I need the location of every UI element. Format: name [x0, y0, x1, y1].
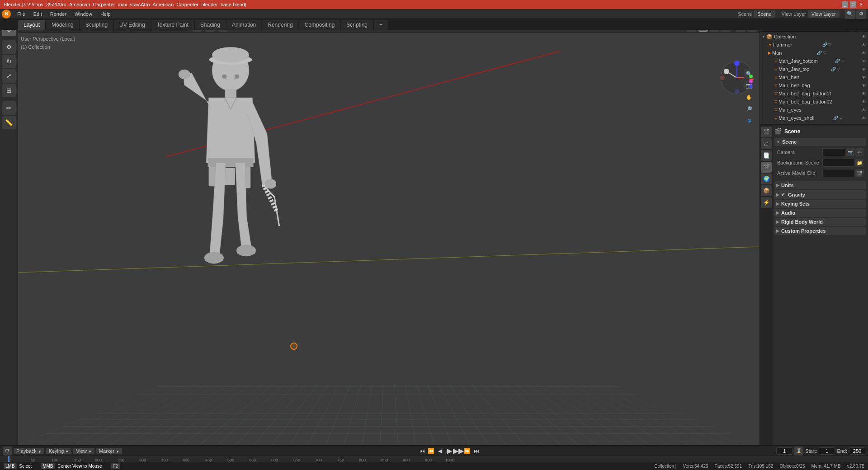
- menu-edit[interactable]: Edit: [30, 10, 46, 18]
- hammer-icons[interactable]: 🔗 ▽: [822, 42, 832, 47]
- menu-file[interactable]: File: [14, 10, 29, 18]
- tab-sculpting[interactable]: Sculpting: [80, 20, 113, 30]
- marker-dropdown[interactable]: Marker ▼: [96, 448, 122, 454]
- prop-tab-output[interactable]: 🖨: [761, 138, 772, 149]
- outliner-item-man[interactable]: ▶ Man 🔗 ▽ 👁: [760, 49, 868, 57]
- tool-annotate[interactable]: ✏: [2, 101, 16, 115]
- jaw-top-icons[interactable]: 🔗 ▽: [831, 67, 840, 71]
- units-section-header[interactable]: ▶ Units: [774, 181, 866, 189]
- tab-rendering[interactable]: Rendering: [262, 20, 298, 30]
- gravity-checkbox[interactable]: ✓: [781, 192, 785, 197]
- tab-uv-editing[interactable]: UV Editing: [114, 20, 151, 30]
- outliner-item-collection[interactable]: ▼ 📦 Collection 👁: [760, 33, 868, 41]
- outliner-item-eyes[interactable]: ▽ Man_eyes 👁: [760, 106, 868, 114]
- man-icons[interactable]: 🔗 ▽: [817, 51, 826, 55]
- eye-button02[interactable]: 👁: [862, 99, 866, 104]
- outliner-item-belt[interactable]: ▽ Man_belt 👁: [760, 73, 868, 81]
- current-frame-input[interactable]: [776, 447, 793, 455]
- eye-jaw-bottom[interactable]: 👁: [862, 59, 866, 64]
- eye-hammer[interactable]: 👁: [862, 42, 866, 47]
- start-frame-input[interactable]: [819, 447, 835, 455]
- select-btn[interactable]: LMB: [4, 463, 17, 469]
- prop-tab-view-layer[interactable]: 📑: [761, 150, 772, 161]
- timeline-icon-btn[interactable]: ⏱: [3, 446, 12, 456]
- menu-render[interactable]: Render: [47, 10, 70, 18]
- window-controls[interactable]: _ □ ✕: [842, 1, 864, 8]
- outliner-item-jaw-top[interactable]: ▽ Man_Jaw_top 🔗 ▽ 👁: [760, 65, 868, 73]
- active-movie-clip-value[interactable]: [822, 169, 854, 177]
- viewport-3d[interactable]: User Perspective (Local) (1) Collection: [18, 33, 760, 445]
- outliner-item-eyes-shell[interactable]: ▽ Man_eyes_shell 🔗 ▽ 👁: [760, 114, 868, 122]
- outliner-item-button01[interactable]: ▽ Man_belt_bag_button01 👁: [760, 89, 868, 98]
- tab-shading[interactable]: Shading: [195, 20, 226, 30]
- outliner-item-jaw-bottom[interactable]: ▽ Man_Jaw_bottom 🔗 ▽ 👁: [760, 57, 868, 65]
- outliner-item-hammer[interactable]: ▼ Hammer 🔗 ▽ 👁: [760, 41, 868, 49]
- vr-button[interactable]: ②: [744, 116, 754, 126]
- movie-clip-browse-btn[interactable]: 🎬: [855, 169, 863, 177]
- tab-texture-paint[interactable]: Texture Paint: [151, 20, 194, 30]
- tab-scripting[interactable]: Scripting: [341, 20, 373, 30]
- menu-window[interactable]: Window: [71, 10, 96, 18]
- tool-measure[interactable]: 📏: [2, 116, 16, 129]
- blender-logo[interactable]: B: [2, 9, 11, 19]
- jump-end-btn[interactable]: ⏭: [472, 447, 481, 455]
- view-layer-selector[interactable]: View Layer: [808, 10, 840, 18]
- keying-dropdown[interactable]: Keying ▼: [46, 448, 72, 454]
- frame-back-btn[interactable]: ◀: [436, 447, 444, 455]
- jump-start-btn[interactable]: ⏮: [418, 447, 426, 455]
- tab-modeling[interactable]: Modeling: [46, 20, 79, 30]
- tool-scale[interactable]: ⤢: [2, 69, 16, 83]
- prop-tab-scene[interactable]: 🎬: [761, 162, 772, 173]
- scene-section-header[interactable]: ▼ Scene: [774, 138, 866, 146]
- tab-compositing[interactable]: Compositing: [299, 20, 340, 30]
- view-tl-dropdown[interactable]: View ▼: [73, 448, 94, 454]
- tab-add[interactable]: +: [374, 20, 388, 30]
- jaw-bottom-icons[interactable]: 🔗 ▽: [835, 59, 844, 63]
- eye-eyes-shell[interactable]: 👁: [862, 116, 866, 121]
- zoom-fit-button[interactable]: 🔎: [744, 104, 754, 114]
- step-fwd-btn[interactable]: ⏩: [463, 447, 472, 455]
- scene-selector[interactable]: Scene: [754, 10, 775, 18]
- end-frame-input[interactable]: [849, 447, 865, 455]
- step-back-btn[interactable]: ⏪: [427, 447, 435, 455]
- close-button[interactable]: ✕: [858, 1, 864, 8]
- eye-belt-bag[interactable]: 👁: [862, 83, 866, 88]
- outliner-item-belt-bag[interactable]: ▽ Man_belt_bag 👁: [760, 81, 868, 89]
- prop-tab-world[interactable]: 🌍: [761, 174, 772, 184]
- custom-props-header[interactable]: ▶ Custom Properties: [774, 227, 866, 235]
- keying-sets-header[interactable]: ▶ Keying Sets: [774, 200, 866, 208]
- maximize-button[interactable]: □: [850, 1, 856, 8]
- eye-button01[interactable]: 👁: [862, 91, 866, 96]
- outliner-item-button02[interactable]: ▽ Man_belt_bag_button02 👁: [760, 98, 868, 106]
- hand-button[interactable]: ✋: [744, 92, 754, 102]
- minimize-button[interactable]: _: [842, 1, 848, 8]
- search-button[interactable]: 🔍: [845, 9, 855, 19]
- camera-browse-btn[interactable]: 📷: [846, 148, 854, 156]
- prop-tab-object[interactable]: 📦: [761, 185, 772, 196]
- frame-fwd-btn[interactable]: ▶▶: [454, 447, 462, 455]
- eye-belt[interactable]: 👁: [862, 75, 866, 80]
- keyframe-type-btn[interactable]: ⌛: [794, 446, 803, 456]
- play-btn[interactable]: ▶: [445, 447, 453, 455]
- camera-edit-btn[interactable]: ✏: [855, 148, 863, 156]
- audio-section-header[interactable]: ▶ Audio: [774, 209, 866, 217]
- rigid-body-header[interactable]: ▶ Rigid Body World: [774, 218, 866, 226]
- playback-dropdown[interactable]: Playback ▼: [14, 448, 44, 454]
- camera-value[interactable]: [822, 148, 845, 156]
- tool-move[interactable]: ✥: [2, 40, 16, 54]
- tool-transform[interactable]: ⊞: [2, 84, 16, 97]
- prop-tab-render[interactable]: 🎬: [761, 127, 772, 137]
- tab-layout[interactable]: Layout: [18, 20, 45, 30]
- bg-scene-browse-btn[interactable]: 📁: [855, 159, 863, 167]
- eye-man[interactable]: 👁: [862, 51, 866, 56]
- eye-eyes[interactable]: 👁: [862, 108, 866, 113]
- prop-tab-physics[interactable]: ⚡: [761, 197, 772, 208]
- background-scene-value[interactable]: [822, 159, 854, 167]
- tool-rotate[interactable]: ↻: [2, 55, 16, 68]
- eye-collection[interactable]: 👁: [862, 34, 866, 39]
- tab-animation[interactable]: Animation: [226, 20, 261, 30]
- gravity-section-header[interactable]: ▶ ✓ Gravity: [774, 190, 866, 199]
- menu-help[interactable]: Help: [97, 10, 114, 18]
- eye-jaw-top[interactable]: 👁: [862, 67, 866, 72]
- settings-button[interactable]: ⚙: [856, 9, 866, 19]
